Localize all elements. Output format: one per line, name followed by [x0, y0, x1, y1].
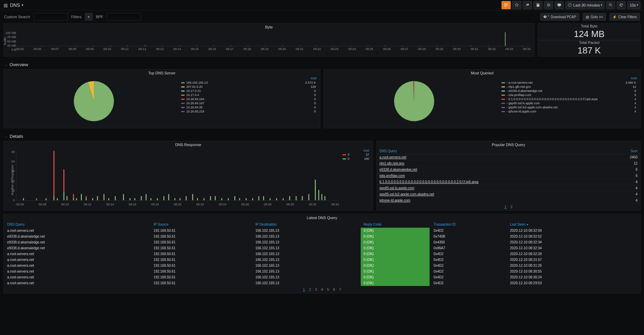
- legend-item[interactable]: - gsp85-ssl.ls.apple.com4: [501, 101, 637, 105]
- legend-item[interactable]: - 6.1.0.0.0.0.0.0.0.0.0.0.0.0.0.0.0.0.0.…: [501, 97, 637, 101]
- table-row: gsp85-ssl.ls.apple.com4: [377, 185, 640, 191]
- col-dns-query[interactable]: DNS Query: [377, 148, 611, 154]
- resp-legend: total3370100: [339, 148, 370, 207]
- ip-destination-cell: 166.102.165.13: [252, 234, 360, 239]
- ip-destination-cell: 166.102.165.13: [252, 268, 360, 274]
- col-dns-query[interactable]: DNS Query: [4, 221, 150, 228]
- col-sum[interactable]: Sum: [611, 148, 640, 154]
- page-link[interactable]: 2: [309, 288, 311, 291]
- section-overview-label: Overview: [10, 62, 28, 67]
- dns-query-link[interactable]: iphone-ld.apple.com: [380, 199, 410, 202]
- panel-title: Top DNS Server: [4, 70, 320, 76]
- chevron-down-icon: ⌄: [5, 63, 8, 67]
- settings-button[interactable]: [544, 1, 553, 9]
- share-button[interactable]: [523, 1, 532, 9]
- last-seen-cell: 2020-12-10 08:31:26: [507, 263, 640, 268]
- col-transaction-id[interactable]: Transaction ID: [430, 221, 507, 228]
- page-link[interactable]: 1: [303, 288, 305, 291]
- dns-query-cell: a.root-servers.net: [4, 268, 150, 274]
- dns-query-cell: a.root-servers.net: [4, 257, 150, 263]
- bpf-input[interactable]: [107, 13, 141, 21]
- table-row: a.root-servers.net2450: [377, 154, 640, 160]
- legend-item[interactable]: 207.91.5.20128: [181, 85, 317, 89]
- tv-mode-button[interactable]: [555, 1, 564, 9]
- legend-item[interactable]: 10.26.84.1970: [181, 101, 317, 105]
- dns-query-link[interactable]: a.root-servers.net: [380, 155, 406, 159]
- legend-item[interactable]: 10.26.84.350: [181, 105, 317, 109]
- top-dns-server-pie[interactable]: [7, 76, 181, 126]
- transaction-id-cell: 0x4D2: [430, 280, 507, 286]
- page-link[interactable]: 6: [333, 288, 335, 291]
- legend-item[interactable]: 0100: [343, 157, 369, 160]
- refresh-button[interactable]: [617, 1, 626, 9]
- page-link[interactable]: 7: [339, 288, 341, 291]
- dns-query-link[interactable]: iota.profitap.com: [380, 174, 405, 178]
- legend-item[interactable]: 337: [343, 153, 369, 156]
- custom-search-input[interactable]: [34, 13, 68, 21]
- add-filter-button[interactable]: +: [85, 13, 92, 21]
- legend-item[interactable]: 10.17.0.210: [181, 89, 317, 93]
- transaction-id-cell: 0x4D2: [430, 268, 507, 274]
- legend-item[interactable]: 10.26.85.2180: [181, 109, 317, 113]
- transaction-id-cell: 0x4D2: [430, 274, 507, 280]
- transaction-id-cell: 0x4D2: [430, 263, 507, 268]
- popular-dns-panel: Popular DNS Query DNS Query Sum a.root-s…: [376, 141, 641, 211]
- legend-item[interactable]: - e9338.d.akamaiedge.net6: [501, 89, 637, 93]
- zoom-out-button[interactable]: [606, 1, 615, 9]
- time-range-picker[interactable]: Last 30 minutes ▾: [565, 1, 605, 9]
- section-details-toggle[interactable]: ⌄ Details: [3, 132, 641, 141]
- resp-plot[interactable]: [16, 150, 339, 201]
- dns-query-link[interactable]: e9338.d.akamaiedge.net: [380, 168, 417, 171]
- legend-item[interactable]: - gsp85-ssl.ls2-apple.com.akadns.net4: [501, 105, 637, 109]
- dns-query-cell: a.root-servers.net: [4, 228, 150, 234]
- legend-item[interactable]: - ntp1.glb.nist.gov12: [501, 85, 637, 89]
- page-link[interactable]: 2: [510, 205, 512, 209]
- ip-destination-cell: 166.102.165.13: [252, 239, 360, 245]
- legend-header: total: [622, 76, 637, 81]
- last-seen-cell: 2020-12-10 08:32:52: [507, 234, 640, 239]
- section-overview-toggle[interactable]: ⌄ Overview: [3, 60, 641, 69]
- last-seen-cell: 2020-12-10 08:32:34: [507, 245, 640, 251]
- page-link[interactable]: 3: [315, 288, 317, 291]
- dns-query-cell: a.root-servers.net: [4, 280, 150, 286]
- byte-x-axis: 08:0508:0608:0708:0808:0908:1008:1108:12…: [16, 46, 531, 51]
- chevron-down-icon: ⌄: [5, 134, 8, 138]
- page-link[interactable]: 4: [321, 288, 323, 291]
- reply-code-cell: 0 (OK): [361, 239, 429, 245]
- refresh-interval-picker[interactable]: 10s ▾: [627, 1, 641, 9]
- total-byte-label: Total Byte: [581, 24, 597, 28]
- table-row: a.root-servers.net192.168.50.61166.102.1…: [4, 251, 640, 257]
- dns-query-link[interactable]: gsp85-ssl.ls2-apple.com.akadns.net: [380, 192, 434, 196]
- ip-source-cell: 192.168.50.61: [150, 263, 252, 268]
- legend-item[interactable]: - iphone-ld.apple.com4: [501, 109, 637, 113]
- dashboard-title-dropdown[interactable]: DNS ▾: [10, 2, 23, 8]
- dns-query-link[interactable]: ntp1.glb.nist.gov: [380, 161, 405, 165]
- legend-item[interactable]: - iota.profitap.com6: [501, 93, 637, 97]
- add-panel-button[interactable]: [501, 1, 511, 9]
- popular-dns-table: DNS Query Sum a.root-servers.net2450ntp1…: [377, 148, 640, 204]
- page-link[interactable]: 5: [327, 288, 329, 291]
- col-last-seen[interactable]: Last Seen▼: [507, 221, 640, 228]
- panel-title: Byte: [4, 24, 534, 31]
- col-ip-destination[interactable]: IP Destination: [252, 221, 360, 228]
- page-link[interactable]: 1: [505, 205, 507, 209]
- most-queried-panel: Most Queried total- a.root-servers.net2.…: [324, 69, 641, 128]
- legend-item[interactable]: - a.root-servers.net2.450 K: [501, 81, 637, 85]
- legend-item[interactable]: 10.26.84.1840: [181, 97, 317, 101]
- reply-code-cell: 0 (OK): [361, 228, 429, 234]
- latest-dns-panel: Latest DNS Query DNS Query IP Source IP …: [3, 214, 641, 294]
- download-pcap-button[interactable]: �." Download PCAP: [540, 13, 579, 21]
- byte-plot[interactable]: [16, 31, 531, 46]
- dns-query-link[interactable]: 6.1.0.0.0.0.0.0.0.0.0.0.0.0.0.0.0.0.0.0.…: [380, 180, 479, 184]
- star-button[interactable]: [512, 1, 521, 9]
- ip-destination-cell: 166.102.165.13: [252, 251, 360, 257]
- legend-item[interactable]: 166.102.165.132.572 K: [181, 81, 317, 85]
- col-reply-code[interactable]: Reply Code: [360, 221, 430, 228]
- save-button[interactable]: [533, 1, 543, 9]
- dns-query-link[interactable]: gsp85-ssl.ls.apple.com: [380, 186, 414, 190]
- most-queried-pie[interactable]: [327, 76, 501, 126]
- goto-button[interactable]: ▤ Goto >>: [583, 13, 606, 21]
- legend-item[interactable]: 10.17.0.40: [181, 93, 317, 97]
- clear-filters-button[interactable]: ⚡ Clear Filters: [609, 13, 640, 21]
- col-ip-source[interactable]: IP Source: [150, 221, 252, 228]
